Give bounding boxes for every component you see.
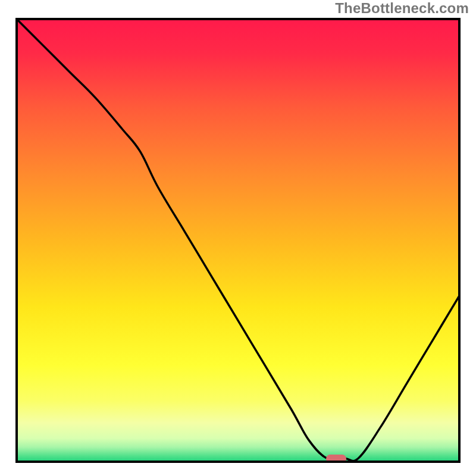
chart-curve xyxy=(15,18,461,463)
watermark-text: TheBottleneck.com xyxy=(335,0,469,17)
plot-frame xyxy=(15,18,461,463)
minimum-marker xyxy=(326,455,346,463)
chart-container: TheBottleneck.com xyxy=(0,0,476,476)
